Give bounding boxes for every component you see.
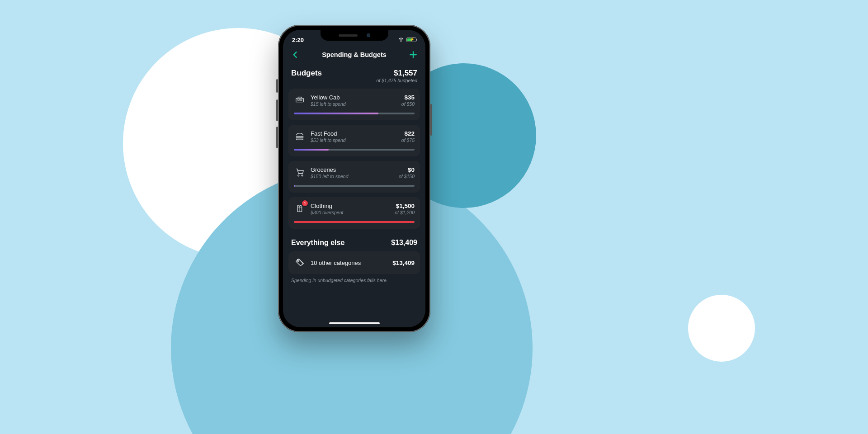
everything-else-summary: Everything else $13,409 bbox=[288, 233, 420, 251]
budget-subtext: $150 left to spend bbox=[311, 174, 394, 179]
budget-spent: $1,500 bbox=[395, 203, 415, 209]
budget-limit: of $150 bbox=[399, 174, 415, 179]
budget-card[interactable]: Fast Food $53 left to spend $22 of $75 bbox=[288, 125, 420, 156]
budget-card[interactable]: Groceries $150 left to spend $0 of $150 bbox=[288, 161, 420, 193]
budget-limit: of $1,200 bbox=[395, 210, 415, 215]
budget-list: Yellow Cab $15 left to spend $35 of $50 … bbox=[288, 89, 420, 229]
shirt-icon: 1 bbox=[294, 203, 306, 213]
budget-spent: $0 bbox=[399, 166, 415, 173]
speaker-grille bbox=[339, 34, 358, 37]
budgets-summary: Budgets $1,557 of $1,475 budgeted bbox=[288, 66, 420, 89]
front-camera bbox=[367, 33, 370, 37]
content: Budgets $1,557 of $1,475 budgeted Yellow… bbox=[283, 63, 425, 283]
mute-switch bbox=[276, 79, 278, 93]
phone-frame: 2:20 ⚡ Spending & Budgets Budgets bbox=[278, 25, 430, 332]
everything-else-row-label: 10 other categories bbox=[311, 259, 387, 266]
budgets-total-note: of $1,475 budgeted bbox=[376, 78, 417, 83]
everything-else-total: $13,409 bbox=[391, 239, 417, 247]
nav-bar: Spending & Budgets bbox=[283, 46, 425, 63]
budget-spent: $35 bbox=[401, 94, 415, 101]
budget-card[interactable]: 1 Clothing $300 overspent $1,500 of $1,2… bbox=[288, 197, 420, 229]
side-button bbox=[430, 104, 432, 136]
burger-icon bbox=[294, 130, 306, 141]
wifi-icon bbox=[398, 36, 404, 44]
budgets-total-spent: $1,557 bbox=[376, 69, 417, 78]
bg-circle-white-small bbox=[688, 295, 755, 362]
budget-subtext: $300 overspent bbox=[311, 210, 390, 215]
notch bbox=[321, 30, 388, 41]
home-indicator[interactable] bbox=[329, 322, 380, 324]
svg-point-3 bbox=[297, 260, 298, 261]
budget-progress bbox=[294, 149, 415, 151]
budget-progress-fill bbox=[294, 185, 295, 187]
budget-progress-fill bbox=[294, 149, 329, 151]
battery-icon: ⚡ bbox=[406, 38, 416, 42]
add-button[interactable] bbox=[407, 49, 419, 61]
everything-else-row-amount: $13,409 bbox=[392, 259, 415, 266]
budget-progress bbox=[294, 221, 415, 223]
budget-subtext: $53 left to spend bbox=[311, 137, 396, 143]
budget-progress bbox=[294, 185, 415, 187]
budget-limit: of $50 bbox=[401, 101, 415, 107]
budgets-title: Budgets bbox=[291, 69, 322, 78]
taxi-icon bbox=[294, 94, 306, 105]
volume-up-button bbox=[276, 99, 278, 121]
page-title: Spending & Budgets bbox=[322, 51, 387, 58]
svg-point-0 bbox=[401, 41, 401, 41]
budget-name: Clothing bbox=[311, 203, 390, 209]
everything-else-title: Everything else bbox=[291, 239, 344, 247]
everything-else-row[interactable]: 10 other categories $13,409 bbox=[288, 251, 420, 274]
phone-screen: 2:20 ⚡ Spending & Budgets Budgets bbox=[283, 30, 425, 327]
budget-subtext: $15 left to spend bbox=[311, 101, 396, 107]
budget-progress bbox=[294, 113, 415, 114]
budget-progress-fill bbox=[294, 113, 378, 114]
budget-limit: of $75 bbox=[401, 137, 415, 143]
cart-icon bbox=[294, 166, 306, 177]
budget-progress-fill bbox=[294, 221, 415, 223]
alert-badge: 1 bbox=[302, 200, 308, 206]
everything-else-hint: Spending in unbudgeted categories falls … bbox=[288, 274, 420, 283]
budget-spent: $22 bbox=[401, 130, 415, 137]
budget-name: Groceries bbox=[311, 166, 394, 173]
budget-card[interactable]: Yellow Cab $15 left to spend $35 of $50 bbox=[288, 89, 420, 120]
budget-name: Fast Food bbox=[311, 130, 396, 137]
budget-name: Yellow Cab bbox=[311, 94, 396, 101]
back-button[interactable] bbox=[289, 49, 301, 61]
volume-down-button bbox=[276, 127, 278, 148]
status-time: 2:20 bbox=[292, 37, 304, 43]
tags-icon bbox=[294, 258, 306, 268]
